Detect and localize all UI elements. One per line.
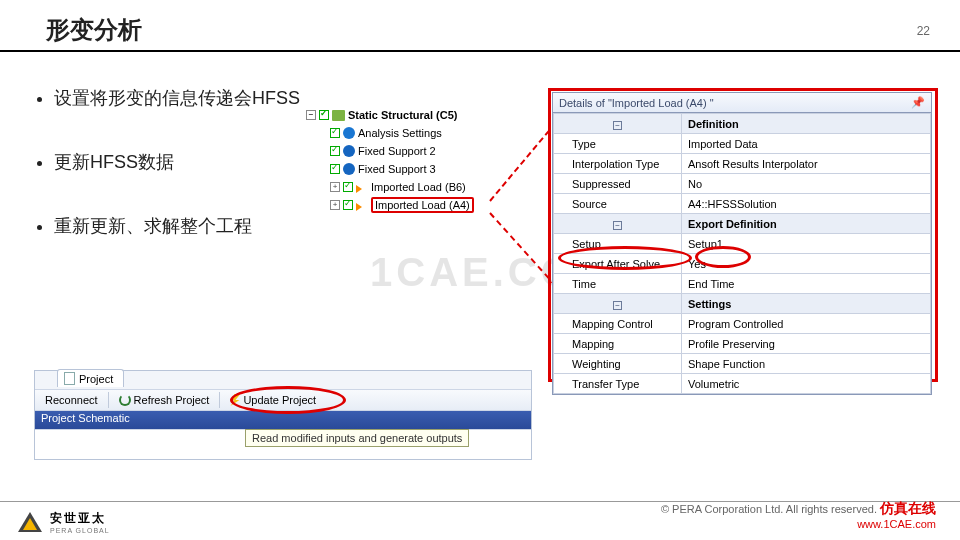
- property-row[interactable]: Export After SolveYes: [554, 254, 931, 274]
- project-bar-spacer: [191, 411, 531, 429]
- prop-value[interactable]: Shape Function: [682, 354, 931, 374]
- tree-item[interactable]: Analysis Settings: [300, 124, 500, 142]
- expand-icon[interactable]: +: [330, 200, 340, 210]
- page-number: 22: [917, 24, 930, 38]
- footer-logo: 安世亚太 PERA GLOBAL: [18, 510, 110, 534]
- prop-key: Source: [554, 194, 682, 214]
- project-tab-label: Project: [79, 373, 113, 385]
- refresh-project-button[interactable]: Refresh Project: [113, 393, 216, 407]
- prop-value[interactable]: Program Controlled: [682, 314, 931, 334]
- check-icon: [319, 110, 329, 120]
- tree-item-label: Fixed Support 3: [358, 163, 436, 175]
- details-title: Details of "Imported Load (A4) ": [559, 97, 714, 109]
- property-row[interactable]: WeightingShape Function: [554, 354, 931, 374]
- project-tab[interactable]: Project: [57, 369, 124, 387]
- reconnect-label: Reconnect: [45, 394, 98, 406]
- prop-key: Mapping: [554, 334, 682, 354]
- prop-value[interactable]: End Time: [682, 274, 931, 294]
- pin-icon[interactable]: 📌: [911, 96, 925, 109]
- details-table: −Definition TypeImported Data Interpolat…: [553, 113, 931, 394]
- bullet-item: 重新更新、求解整个工程: [54, 214, 300, 238]
- property-row[interactable]: TypeImported Data: [554, 134, 931, 154]
- logo-en: PERA GLOBAL: [50, 527, 110, 534]
- tree-item-label: Analysis Settings: [358, 127, 442, 139]
- section-label: Export Definition: [682, 214, 931, 234]
- bullet-list: 设置将形变的信息传递会HFSS 更新HFSS数据 重新更新、求解整个工程: [34, 86, 300, 278]
- prop-value[interactable]: Ansoft Results Interpolator: [682, 154, 931, 174]
- tree-item[interactable]: + Imported Load (B6): [300, 178, 500, 196]
- tree-item-label: Fixed Support 2: [358, 145, 436, 157]
- footer-right: © PERA Corporation Ltd. All rights reser…: [661, 500, 936, 530]
- footer-brand: 仿真在线: [880, 500, 936, 516]
- update-label: Update Project: [243, 394, 316, 406]
- check-icon: [343, 200, 353, 210]
- support-icon: [343, 145, 355, 157]
- prop-key: Type: [554, 134, 682, 154]
- prop-value[interactable]: Yes: [682, 254, 931, 274]
- document-icon: [64, 372, 75, 385]
- details-panel: Details of "Imported Load (A4) " 📌 −Defi…: [552, 92, 932, 395]
- expand-icon[interactable]: +: [330, 182, 340, 192]
- footer-url: www.1CAE.com: [661, 518, 936, 530]
- bullet-item: 设置将形变的信息传递会HFSS: [54, 86, 300, 110]
- tree-root-label: Static Structural (C5): [348, 109, 457, 121]
- check-icon: [330, 164, 340, 174]
- collapse-icon[interactable]: −: [306, 110, 316, 120]
- prop-key: Mapping Control: [554, 314, 682, 334]
- tree-item-label: Imported Load (B6): [371, 181, 466, 193]
- support-icon: [343, 163, 355, 175]
- prop-key: Transfer Type: [554, 374, 682, 394]
- prop-value[interactable]: Setup1: [682, 234, 931, 254]
- property-row[interactable]: SourceA4::HFSSSolution: [554, 194, 931, 214]
- property-row[interactable]: SetupSetup1: [554, 234, 931, 254]
- copyright-text: © PERA Corporation Ltd. All rights reser…: [661, 503, 877, 515]
- project-toolbar: Reconnect Refresh Project Update Project: [35, 389, 531, 411]
- refresh-label: Refresh Project: [134, 394, 210, 406]
- tree-item[interactable]: Fixed Support 3: [300, 160, 500, 178]
- section-row[interactable]: −Definition: [554, 114, 931, 134]
- property-row[interactable]: SuppressedNo: [554, 174, 931, 194]
- check-icon: [343, 182, 353, 192]
- prop-key: Interpolation Type: [554, 154, 682, 174]
- outline-tree[interactable]: − Static Structural (C5) Analysis Settin…: [300, 106, 500, 214]
- property-row[interactable]: Mapping ControlProgram Controlled: [554, 314, 931, 334]
- footer-copyright: © PERA Corporation Ltd. All rights reser…: [661, 500, 936, 518]
- logo-triangle-icon: [18, 512, 42, 532]
- tree-item-selected[interactable]: + Imported Load (A4): [300, 196, 500, 214]
- prop-key: Setup: [554, 234, 682, 254]
- logo-text: 安世亚太 PERA GLOBAL: [50, 510, 110, 534]
- prop-value[interactable]: Profile Preserving: [682, 334, 931, 354]
- bullet-item: 更新HFSS数据: [54, 150, 300, 174]
- lightning-icon: [230, 394, 240, 406]
- property-row[interactable]: MappingProfile Preserving: [554, 334, 931, 354]
- tree-root[interactable]: − Static Structural (C5): [300, 106, 500, 124]
- tree-item[interactable]: Fixed Support 2: [300, 142, 500, 160]
- tree-item-label: Imported Load (A4): [371, 197, 474, 213]
- gear-icon: [343, 127, 355, 139]
- update-tooltip: Read modified inputs and generate output…: [245, 429, 469, 447]
- folder-icon: [332, 110, 345, 121]
- section-row[interactable]: −Export Definition: [554, 214, 931, 234]
- prop-value[interactable]: Volumetric: [682, 374, 931, 394]
- import-icon: [356, 199, 368, 211]
- toolbar-separator: [108, 392, 109, 408]
- section-label: Definition: [682, 114, 931, 134]
- section-row[interactable]: −Settings: [554, 294, 931, 314]
- property-row[interactable]: Transfer TypeVolumetric: [554, 374, 931, 394]
- refresh-icon: [119, 394, 131, 406]
- project-schematic-bar[interactable]: Project Schematic: [35, 411, 191, 429]
- section-label: Settings: [682, 294, 931, 314]
- import-icon: [356, 181, 368, 193]
- prop-value[interactable]: Imported Data: [682, 134, 931, 154]
- prop-value[interactable]: A4::HFSSSolution: [682, 194, 931, 214]
- prop-key: Suppressed: [554, 174, 682, 194]
- update-project-button[interactable]: Update Project: [224, 393, 322, 407]
- prop-value[interactable]: No: [682, 174, 931, 194]
- prop-key: Time: [554, 274, 682, 294]
- reconnect-button[interactable]: Reconnect: [39, 393, 104, 407]
- property-row[interactable]: Interpolation TypeAnsoft Results Interpo…: [554, 154, 931, 174]
- toolbar-separator: [219, 392, 220, 408]
- property-row[interactable]: TimeEnd Time: [554, 274, 931, 294]
- prop-key: Weighting: [554, 354, 682, 374]
- details-header: Details of "Imported Load (A4) " 📌: [553, 93, 931, 113]
